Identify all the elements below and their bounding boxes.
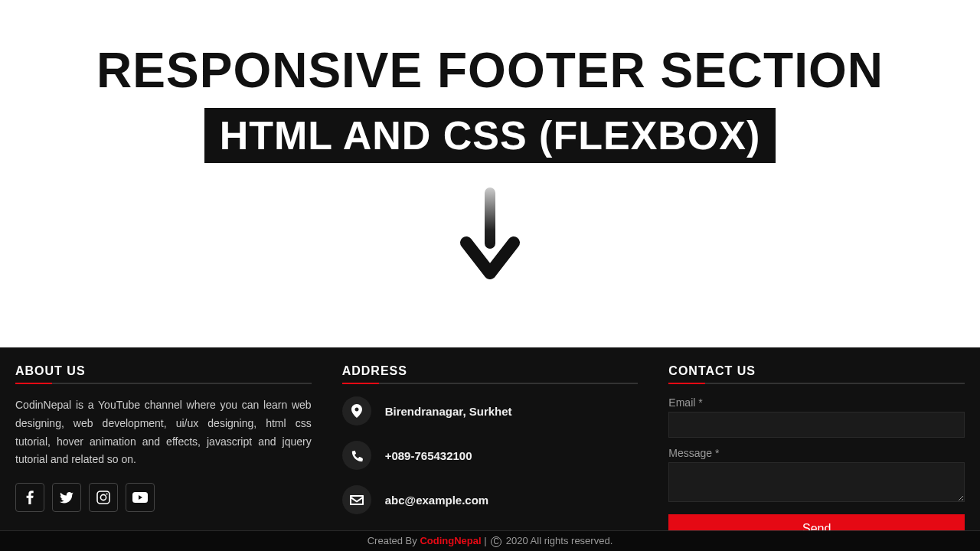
address-location-row: Birendranagar, Surkhet: [342, 396, 639, 425]
address-location-text: Birendranagar, Surkhet: [385, 405, 512, 418]
hero-banner: RESPONSIVE FOOTER SECTION HTML AND CSS (…: [0, 0, 980, 279]
contact-heading: CONTACT US: [668, 364, 965, 384]
created-by-text: Created By: [368, 535, 420, 546]
copyright-icon: C: [491, 536, 501, 547]
address-column: ADDRESS Birendranagar, Surkhet +089-7654…: [342, 364, 639, 551]
instagram-icon: [96, 491, 110, 504]
youtube-icon: [132, 492, 148, 503]
location-pin-icon: [342, 396, 371, 425]
social-links: [15, 483, 312, 512]
address-phone-row: +089-765432100: [342, 441, 639, 470]
about-description: CodinNepal is a YouTube channel where yo…: [15, 396, 312, 469]
message-field[interactable]: [668, 462, 965, 502]
separator: |: [482, 535, 490, 546]
address-email-text: abc@example.com: [385, 494, 489, 507]
facebook-icon: [26, 491, 34, 504]
svg-point-3: [106, 494, 108, 495]
twitter-icon: [60, 492, 74, 504]
phone-icon: [342, 441, 371, 470]
facebook-button[interactable]: [15, 483, 44, 512]
svg-rect-1: [97, 491, 109, 504]
email-field[interactable]: [668, 412, 965, 438]
instagram-button[interactable]: [89, 483, 118, 512]
about-column: ABOUT US CodinNepal is a YouTube channel…: [15, 364, 312, 551]
arrow-down-decoration: [0, 187, 980, 279]
address-phone-text: +089-765432100: [385, 449, 472, 462]
address-email-row: abc@example.com: [342, 485, 639, 514]
arrow-down-icon: [456, 187, 524, 279]
brand-link[interactable]: CodingNepal: [420, 535, 481, 546]
hero-title-primary: RESPONSIVE FOOTER SECTION: [0, 42, 980, 99]
youtube-button[interactable]: [126, 483, 155, 512]
hero-title-secondary: HTML AND CSS (FLEXBOX): [204, 108, 776, 163]
twitter-button[interactable]: [52, 483, 81, 512]
contact-column: CONTACT US Email * Message * Send: [668, 364, 965, 551]
address-heading: ADDRESS: [342, 364, 639, 384]
svg-point-2: [100, 495, 106, 500]
email-label: Email *: [668, 396, 965, 409]
message-label: Message *: [668, 447, 965, 459]
about-heading: ABOUT US: [15, 364, 312, 384]
rights-text: 2020 All rights reserved.: [503, 535, 612, 546]
footer-section: ABOUT US CodinNepal is a YouTube channel…: [0, 347, 980, 551]
bottom-bar: Created By CodingNepal | C 2020 All righ…: [0, 530, 980, 551]
envelope-icon: [342, 485, 371, 514]
svg-rect-0: [485, 187, 495, 249]
